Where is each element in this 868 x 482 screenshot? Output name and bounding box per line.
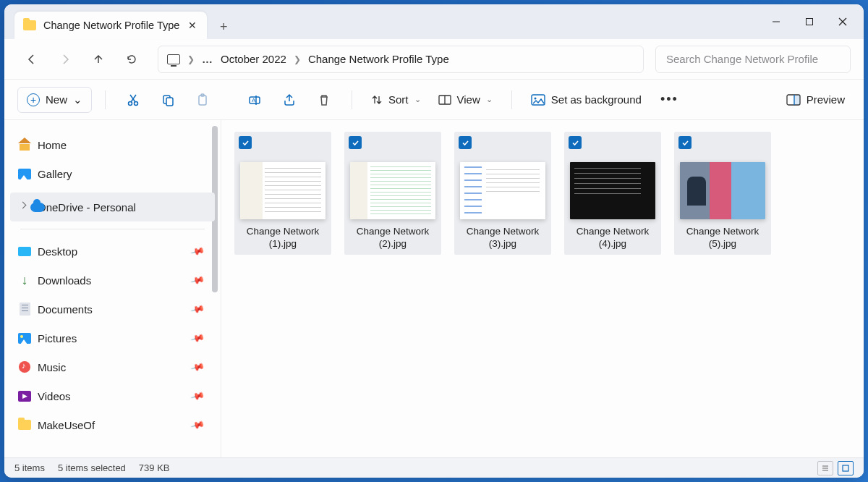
search-input[interactable]: Search Change Network Profile [655, 46, 851, 73]
svg-rect-20 [843, 465, 848, 471]
file-item[interactable]: Change Network(2).jpg [344, 132, 441, 255]
checkbox-checked[interactable] [678, 136, 692, 149]
svg-rect-19 [794, 95, 800, 105]
cloud-icon [30, 203, 45, 212]
sort-icon [371, 94, 383, 106]
maximize-button[interactable] [793, 7, 826, 36]
status-size: 739 KB [139, 462, 170, 473]
folder-icon [18, 420, 31, 430]
toolbar: + New ⌄ A Sort ⌄ View ⌄ Set as backgroun… [4, 80, 864, 120]
body: Home Gallery OneDrive - Personal Desktop… [4, 120, 864, 457]
sidebar-item-onedrive[interactable]: OneDrive - Personal [10, 193, 215, 221]
minimize-button[interactable] [760, 7, 793, 36]
checkbox-checked[interactable] [349, 136, 362, 149]
sidebar-item-home[interactable]: Home [4, 130, 221, 159]
preview-icon [786, 94, 801, 106]
sidebar-item-gallery[interactable]: Gallery [4, 159, 221, 188]
sidebar: Home Gallery OneDrive - Personal Desktop… [4, 120, 221, 457]
view-button[interactable]: View ⌄ [433, 87, 498, 113]
navbar: ❯ … October 2022 ❯ Change Network Profil… [4, 39, 864, 80]
separator [20, 229, 205, 229]
sidebar-item-makeuseof[interactable]: MakeUseOf📌 [4, 410, 221, 439]
sidebar-item-downloads[interactable]: ↓Downloads📌 [4, 266, 221, 295]
plus-icon: + [27, 93, 40, 106]
close-window-button[interactable] [826, 7, 859, 36]
rename-button[interactable]: A [240, 85, 269, 114]
pin-icon: 📌 [190, 360, 205, 375]
thumbnail [350, 162, 435, 219]
file-item[interactable]: Change Network(5).jpg [674, 132, 771, 255]
up-button[interactable] [84, 45, 113, 74]
share-button[interactable] [275, 85, 304, 114]
sidebar-item-videos[interactable]: ▶Videos📌 [4, 381, 221, 410]
breadcrumb-overflow[interactable]: … [202, 53, 213, 65]
sort-label: Sort [388, 93, 409, 106]
file-item[interactable]: Change Network(3).jpg [454, 132, 551, 255]
refresh-button[interactable] [117, 45, 146, 74]
tab-title: Change Network Profile Type [43, 20, 179, 31]
file-name: Change Network(1).jpg [247, 225, 320, 250]
statusbar: 5 items 5 items selected 739 KB [4, 457, 864, 478]
view-label: View [457, 93, 480, 106]
content-grid: Change Network(1).jpg Change Network(2).… [221, 120, 864, 457]
more-button[interactable]: ••• [653, 92, 686, 107]
forward-button[interactable] [51, 45, 80, 74]
svg-rect-1 [807, 19, 813, 25]
sidebar-item-documents[interactable]: Documents📌 [4, 295, 221, 324]
separator [352, 90, 352, 109]
preview-label: Preview [807, 93, 845, 106]
details-view-button[interactable] [817, 461, 833, 475]
svg-point-5 [135, 101, 138, 105]
file-name: Change Network(3).jpg [467, 225, 540, 250]
cut-button[interactable] [119, 85, 148, 114]
pin-icon: 📌 [190, 389, 205, 404]
file-name: Change Network(4).jpg [576, 225, 650, 250]
svg-text:A: A [252, 97, 256, 103]
chevron-down-icon: ⌄ [486, 95, 493, 104]
sidebar-item-desktop[interactable]: Desktop📌 [4, 237, 221, 266]
sidebar-item-music[interactable]: Music📌 [4, 352, 221, 381]
breadcrumb-parent[interactable]: October 2022 [221, 53, 286, 65]
chevron-down-icon: ⌄ [414, 95, 421, 104]
set-background-button[interactable]: Set as background [525, 87, 647, 113]
video-icon: ▶ [18, 391, 31, 402]
file-item[interactable]: Change Network(1).jpg [234, 132, 331, 255]
pin-icon: 📌 [190, 244, 205, 259]
paste-button[interactable] [188, 85, 217, 114]
separator [511, 90, 512, 109]
sort-button[interactable]: Sort ⌄ [365, 87, 427, 113]
status-item-count: 5 items [14, 462, 45, 473]
thumbnails-view-button[interactable] [838, 461, 854, 475]
explorer-window: Change Network Profile Type ✕ + ❯ … Octo… [4, 4, 864, 478]
home-icon [18, 139, 31, 151]
file-name: Change Network(2).jpg [357, 225, 430, 250]
active-tab[interactable]: Change Network Profile Type ✕ [14, 12, 207, 39]
back-button[interactable] [17, 45, 46, 74]
window-controls [760, 4, 859, 39]
checkbox-checked[interactable] [239, 136, 252, 149]
delete-button[interactable] [310, 85, 339, 114]
checkbox-checked[interactable] [459, 136, 472, 149]
svg-point-16 [534, 97, 536, 99]
pictures-icon [18, 333, 31, 344]
thumbnail [460, 162, 545, 219]
folder-icon [23, 20, 36, 30]
pin-icon: 📌 [190, 273, 205, 288]
close-tab-button[interactable]: ✕ [187, 20, 198, 31]
checkbox-checked[interactable] [569, 136, 582, 149]
pc-icon [167, 54, 180, 64]
copy-button[interactable] [153, 85, 182, 114]
breadcrumb-current[interactable]: Change Network Profile Type [308, 53, 449, 65]
breadcrumb[interactable]: ❯ … October 2022 ❯ Change Network Profil… [158, 46, 644, 73]
thumbnail [570, 162, 655, 219]
new-label: New [46, 93, 67, 106]
search-placeholder: Search Change Network Profile [666, 53, 818, 65]
picture-icon [531, 94, 545, 106]
document-icon [20, 303, 30, 316]
svg-rect-7 [166, 98, 173, 106]
sidebar-item-pictures[interactable]: Pictures📌 [4, 324, 221, 352]
preview-toggle[interactable]: Preview [780, 87, 851, 113]
file-item[interactable]: Change Network(4).jpg [564, 132, 661, 255]
new-tab-button[interactable]: + [211, 14, 236, 39]
new-button[interactable]: + New ⌄ [17, 87, 92, 113]
